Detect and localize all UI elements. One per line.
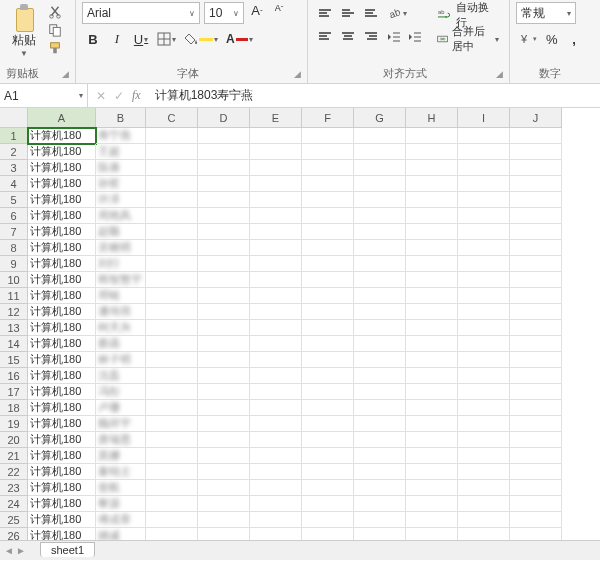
row-header[interactable]: 16	[0, 368, 28, 384]
cell[interactable]	[458, 144, 510, 160]
cell[interactable]: 计算机180	[28, 256, 96, 272]
cell[interactable]	[198, 256, 250, 272]
cell[interactable]	[198, 368, 250, 384]
cell[interactable]: 刘行	[96, 256, 146, 272]
cell[interactable]: 寿宁燕	[96, 128, 146, 144]
cell[interactable]	[510, 496, 562, 512]
cell[interactable]	[250, 464, 302, 480]
cell[interactable]	[302, 224, 354, 240]
cell[interactable]	[354, 416, 406, 432]
cell[interactable]: 计算机180	[28, 336, 96, 352]
cell[interactable]	[146, 336, 198, 352]
cell[interactable]	[354, 512, 406, 528]
cell[interactable]	[354, 464, 406, 480]
cell[interactable]	[302, 288, 354, 304]
cell[interactable]	[458, 256, 510, 272]
row-header[interactable]: 9	[0, 256, 28, 272]
cell[interactable]	[146, 192, 198, 208]
cell[interactable]: 计算机180	[28, 304, 96, 320]
cell[interactable]	[510, 224, 562, 240]
cell[interactable]	[250, 368, 302, 384]
cell[interactable]	[458, 336, 510, 352]
cell[interactable]: 计算机180	[28, 240, 96, 256]
row-header[interactable]: 2	[0, 144, 28, 160]
cell[interactable]: 王超	[96, 144, 146, 160]
cell[interactable]	[302, 240, 354, 256]
cell[interactable]: 吴晓明	[96, 240, 146, 256]
cell[interactable]: 计算机180	[28, 448, 96, 464]
cell[interactable]	[146, 448, 198, 464]
cell[interactable]: 柯天兴	[96, 320, 146, 336]
cell[interactable]	[250, 432, 302, 448]
cell[interactable]	[250, 496, 302, 512]
cell[interactable]	[406, 256, 458, 272]
cell[interactable]: 陈康	[96, 160, 146, 176]
column-header[interactable]: A	[28, 108, 96, 128]
cell[interactable]	[250, 288, 302, 304]
cell[interactable]: 计算机180	[28, 480, 96, 496]
column-header[interactable]: E	[250, 108, 302, 128]
italic-button[interactable]: I	[106, 28, 128, 50]
cell[interactable]: 冯彤	[96, 384, 146, 400]
cell[interactable]	[354, 496, 406, 512]
cell[interactable]	[354, 400, 406, 416]
cell[interactable]	[198, 208, 250, 224]
cell[interactable]	[458, 448, 510, 464]
cell[interactable]	[354, 144, 406, 160]
cell[interactable]	[146, 288, 198, 304]
cell[interactable]	[250, 320, 302, 336]
cell[interactable]	[302, 368, 354, 384]
cell[interactable]: 计算机180	[28, 368, 96, 384]
cell[interactable]	[146, 432, 198, 448]
cell[interactable]	[146, 400, 198, 416]
cell[interactable]	[406, 240, 458, 256]
cell[interactable]	[458, 176, 510, 192]
cell[interactable]	[458, 304, 510, 320]
cell[interactable]	[198, 336, 250, 352]
cell[interactable]	[406, 464, 458, 480]
comma-button[interactable]: ,	[564, 28, 584, 50]
cell[interactable]: 计算机180	[28, 416, 96, 432]
underline-button[interactable]: U▾	[130, 28, 152, 50]
cell[interactable]	[250, 224, 302, 240]
align-bottom-button[interactable]	[360, 2, 382, 24]
cell[interactable]	[458, 352, 510, 368]
row-header[interactable]: 14	[0, 336, 28, 352]
column-header[interactable]: B	[96, 108, 146, 128]
cell[interactable]	[302, 416, 354, 432]
cell[interactable]	[406, 400, 458, 416]
cell[interactable]	[510, 512, 562, 528]
cell[interactable]: 计算机180	[28, 128, 96, 144]
cell[interactable]	[302, 496, 354, 512]
cell[interactable]	[146, 272, 198, 288]
cell[interactable]	[198, 496, 250, 512]
cell[interactable]	[458, 224, 510, 240]
cell[interactable]	[406, 272, 458, 288]
cell[interactable]	[510, 336, 562, 352]
border-button[interactable]: ▾	[154, 28, 179, 50]
cell[interactable]	[510, 240, 562, 256]
cell[interactable]	[302, 464, 354, 480]
bold-button[interactable]: B	[82, 28, 104, 50]
cell[interactable]	[458, 320, 510, 336]
cell[interactable]	[354, 304, 406, 320]
cell[interactable]: 沈磊	[96, 368, 146, 384]
cell[interactable]	[198, 128, 250, 144]
column-header[interactable]: F	[302, 108, 354, 128]
cell[interactable]	[302, 208, 354, 224]
cell[interactable]	[458, 496, 510, 512]
column-header[interactable]: D	[198, 108, 250, 128]
cell[interactable]	[354, 384, 406, 400]
cell[interactable]: 计算机180	[28, 352, 96, 368]
row-header[interactable]: 1	[0, 128, 28, 144]
cell[interactable]	[146, 464, 198, 480]
merge-center-button[interactable]: 合并后居中 ▾	[433, 28, 503, 50]
cell[interactable]	[146, 144, 198, 160]
formula-input[interactable]: 计算机1803寿宁燕	[149, 87, 600, 104]
cell[interactable]: 计算机180	[28, 496, 96, 512]
cell[interactable]	[406, 144, 458, 160]
cell[interactable]: 林子明	[96, 352, 146, 368]
cell[interactable]	[198, 144, 250, 160]
row-header[interactable]: 25	[0, 512, 28, 528]
format-painter-button[interactable]	[46, 40, 64, 56]
